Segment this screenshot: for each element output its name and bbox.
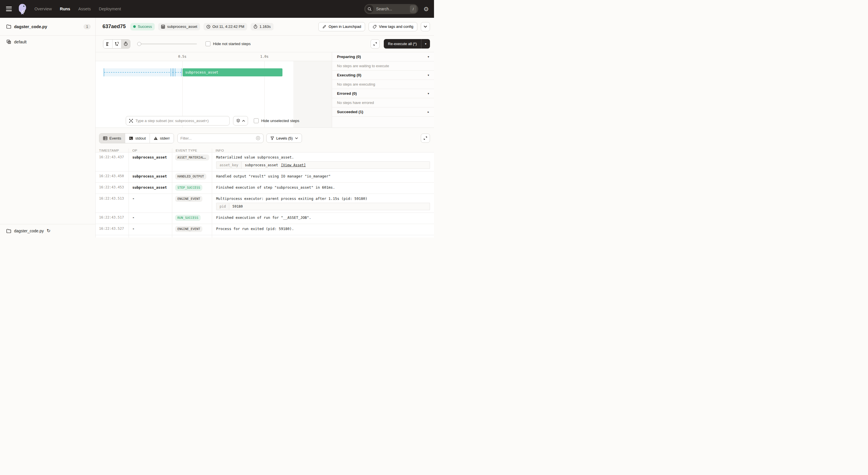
log-row[interactable]: 16:22:43.450 subprocess_asset HANDLED_OU… bbox=[96, 172, 434, 183]
funnel-icon bbox=[270, 137, 274, 140]
event-type-badge: ENGINE_EVENT bbox=[175, 226, 203, 232]
log-info: Process for run exited (pid: 59180). bbox=[212, 224, 434, 235]
run-header-more-button[interactable] bbox=[421, 22, 430, 31]
log-filter-input[interactable] bbox=[181, 136, 253, 141]
event-log-table: TIMESTAMP OP EVENT TYPE INFO 16:22:43.43… bbox=[96, 148, 434, 237]
nav-item-overview[interactable]: Overview bbox=[34, 7, 52, 11]
view-tags-config-button[interactable]: View tags and config bbox=[369, 22, 417, 31]
clear-filter-icon[interactable] bbox=[256, 136, 260, 141]
code-location-header[interactable]: dagster_code.py 1 bbox=[0, 18, 95, 36]
logs-fullscreen-button[interactable] bbox=[421, 133, 430, 143]
event-type-badge: HANDLED_OUTPUT bbox=[175, 174, 206, 179]
run-id: 637aed75 bbox=[102, 24, 126, 30]
section-title: Executing (0) bbox=[337, 73, 361, 77]
gantt-waiting-bar bbox=[104, 68, 171, 77]
hide-unselected-checkbox[interactable]: Hide unselected steps bbox=[254, 118, 299, 123]
event-type-badge: ENGINE_EVENT bbox=[175, 196, 203, 202]
step-status-section-body: No steps have errored bbox=[332, 98, 434, 108]
col-header-event-type: EVENT TYPE bbox=[172, 148, 212, 152]
log-row[interactable]: 16:22:43.513 - ENGINE_EVENT Multiprocess… bbox=[96, 194, 434, 213]
layers-icon bbox=[236, 119, 240, 123]
log-timestamp: 16:22:43.450 bbox=[96, 172, 129, 182]
left-sidebar: dagster_code.py 1 default dagster_code.p… bbox=[0, 18, 96, 237]
log-row[interactable]: 16:22:43.517 - RUN_SUCCESS Finished exec… bbox=[96, 213, 434, 224]
log-info: Finished execution of step "subprocess_a… bbox=[212, 183, 434, 194]
log-op: - bbox=[129, 213, 172, 224]
timer-icon bbox=[253, 24, 257, 29]
tab-stdout[interactable]: stdout bbox=[125, 133, 150, 143]
gantt-zoom-slider[interactable] bbox=[137, 40, 197, 48]
log-row[interactable]: 16:22:43.453 subprocess_asset STEP_SUCCE… bbox=[96, 183, 434, 194]
section-chevron-icon: ▾ bbox=[428, 73, 429, 77]
hide-not-started-checkbox[interactable]: Hide not started steps bbox=[206, 41, 251, 46]
run-start-time-badge: Oct 11, 4:22:42 PM bbox=[204, 23, 247, 30]
step-subset-input[interactable] bbox=[135, 119, 226, 123]
step-query-options-button[interactable] bbox=[233, 116, 248, 125]
hamburger-menu-icon[interactable] bbox=[5, 6, 12, 12]
log-op: subprocess_asset bbox=[129, 152, 172, 171]
job-icon bbox=[6, 39, 11, 44]
hide-not-started-label: Hide not started steps bbox=[213, 42, 251, 46]
nav-item-assets[interactable]: Assets bbox=[79, 7, 91, 11]
log-op: subprocess_asset bbox=[129, 183, 172, 194]
nav-item-runs[interactable]: Runs bbox=[60, 7, 70, 11]
status-dot-icon bbox=[133, 25, 136, 28]
nav-item-deployment[interactable]: Deployment bbox=[99, 7, 121, 11]
dagster-logo-icon[interactable] bbox=[17, 3, 28, 15]
step-status-section-header[interactable]: Errored (0) ▾ bbox=[332, 89, 434, 98]
reexecute-all-button[interactable]: Re-execute all (*) ▾ bbox=[384, 39, 430, 49]
global-search[interactable]: Search... / bbox=[364, 4, 418, 14]
refresh-icon[interactable]: ↻ bbox=[47, 229, 51, 233]
log-rows: 16:22:43.437 subprocess_asset ASSET_MATE… bbox=[96, 152, 434, 235]
log-metadata-table: asset_key subprocess_asset[View Asset] bbox=[216, 161, 430, 169]
open-in-launchpad-button[interactable]: Open in Launchpad bbox=[318, 22, 365, 31]
log-table-header: TIMESTAMP OP EVENT TYPE INFO bbox=[96, 148, 434, 152]
sidebar-item-default[interactable]: default bbox=[0, 36, 95, 48]
log-timestamp: 16:22:43.453 bbox=[96, 183, 129, 194]
step-status-section-header[interactable]: Succeeded (1) ▸ bbox=[332, 108, 434, 117]
gantt-chart: 0.5s 1.0s subprocess_asset bbox=[96, 52, 332, 127]
log-metadata-table: pid 59180 bbox=[216, 203, 430, 210]
event-type-badge: ASSET_MATERIALIZAT… bbox=[175, 154, 209, 160]
metadata-key: pid bbox=[216, 203, 229, 210]
waterfall-view-button[interactable] bbox=[112, 40, 121, 48]
pencil-icon bbox=[322, 25, 327, 29]
settings-gear-icon[interactable]: ⚙ bbox=[423, 6, 429, 12]
logs-toolbar: Events stdout stderr Levels (5) bbox=[96, 128, 434, 148]
folder-icon bbox=[6, 229, 11, 233]
timed-view-button[interactable] bbox=[121, 40, 130, 48]
log-row[interactable]: 16:22:43.527 - ENGINE_EVENT Process for … bbox=[96, 224, 434, 235]
log-timestamp: 16:22:43.517 bbox=[96, 213, 129, 224]
section-title: Preparing (0) bbox=[337, 55, 361, 59]
step-subset-input-wrap bbox=[126, 116, 229, 125]
footer-code-location-name: dagster_code.py bbox=[14, 229, 44, 233]
reexecute-dropdown-caret[interactable]: ▾ bbox=[422, 39, 430, 49]
step-status-section-header[interactable]: Executing (0) ▾ bbox=[332, 71, 434, 80]
asset-grid-icon bbox=[161, 25, 165, 29]
log-info: Handled output "result" using IO manager… bbox=[212, 172, 434, 182]
log-op: - bbox=[129, 224, 172, 235]
expand-icon bbox=[373, 42, 377, 46]
section-chevron-icon: ▾ bbox=[428, 92, 429, 95]
slider-knob[interactable] bbox=[137, 42, 141, 46]
code-location-count-badge: 1 bbox=[84, 24, 91, 29]
log-timestamp: 16:22:43.513 bbox=[96, 194, 129, 212]
log-row[interactable]: 16:22:43.437 subprocess_asset ASSET_MATE… bbox=[96, 152, 434, 172]
flat-view-button[interactable] bbox=[103, 40, 112, 48]
event-type-badge: STEP_SUCCESS bbox=[175, 185, 203, 191]
metadata-key: asset_key bbox=[216, 162, 242, 169]
clock-icon bbox=[206, 25, 210, 29]
tab-events[interactable]: Events bbox=[99, 133, 125, 143]
sidebar-footer: dagster_code.py ↻ bbox=[0, 224, 95, 237]
step-status-section-header[interactable]: Preparing (0) ▾ bbox=[332, 52, 434, 61]
levels-filter-button[interactable]: Levels (5) bbox=[267, 133, 302, 143]
gantt-step-bar[interactable]: subprocess_asset bbox=[183, 68, 282, 77]
code-location-name: dagster_code.py bbox=[14, 24, 81, 29]
gantt-fullscreen-button[interactable] bbox=[371, 39, 380, 49]
nav-links: Overview Runs Assets Deployment bbox=[34, 7, 121, 11]
gantt-view-toggle bbox=[103, 39, 130, 49]
run-asset-badge[interactable]: subprocess_asset bbox=[158, 23, 200, 30]
tab-stderr[interactable]: stderr bbox=[150, 133, 174, 143]
view-asset-link[interactable]: [View Asset] bbox=[281, 163, 306, 167]
chevron-up-icon bbox=[242, 120, 245, 122]
